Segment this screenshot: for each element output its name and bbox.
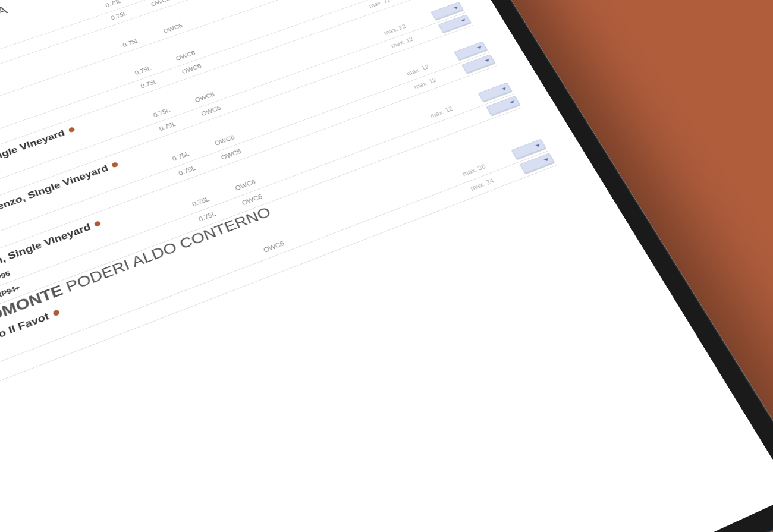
chevron-down-icon	[543, 158, 549, 162]
rating: RP95	[0, 231, 13, 250]
chevron-down-icon	[535, 144, 541, 148]
stage: ITALIAN WINES YOUR ORDER PIEDMONTE GAJAB…	[0, 0, 773, 532]
wine-dot-icon	[68, 127, 75, 133]
bottle-size	[227, 270, 260, 284]
chevron-down-icon	[454, 6, 459, 10]
year	[0, 351, 2, 361]
rating	[13, 334, 47, 347]
chevron-down-icon	[461, 18, 466, 22]
year	[0, 368, 8, 379]
wine-dot-icon	[52, 309, 60, 316]
rating	[19, 351, 53, 364]
chevron-down-icon	[477, 46, 482, 50]
wine-dot-icon	[94, 221, 102, 227]
chevron-down-icon	[485, 59, 490, 63]
tablet-frame: ITALIAN WINES YOUR ORDER PIEDMONTE GAJAB…	[0, 0, 773, 532]
chevron-down-icon	[501, 87, 507, 91]
screen: ITALIAN WINES YOUR ORDER PIEDMONTE GAJAB…	[0, 0, 773, 532]
order-list: PIEDMONTE GAJABarbaresco2013RP930.75LOWC…	[0, 0, 557, 388]
chevron-down-icon	[510, 100, 515, 105]
wine-dot-icon	[111, 162, 118, 168]
